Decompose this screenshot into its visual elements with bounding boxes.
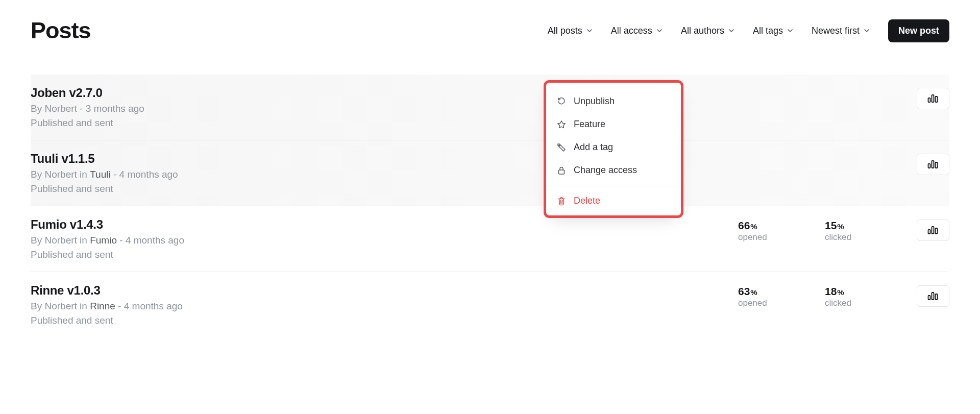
filter-sort[interactable]: Newest first [812, 26, 870, 36]
svg-point-12 [559, 144, 560, 145]
metric-value: 15 [825, 220, 837, 231]
svg-rect-0 [928, 98, 930, 102]
menu-label: Add a tag [574, 142, 613, 153]
svg-rect-7 [932, 227, 934, 234]
post-row[interactable]: Rinne v1.0.3 By Norbert in Rinne - 4 mon… [31, 272, 949, 337]
svg-rect-3 [928, 164, 930, 168]
menu-change-access[interactable]: Change access [546, 159, 681, 182]
svg-rect-1 [932, 95, 934, 102]
filter-access[interactable]: All access [611, 26, 663, 36]
post-title: Tuuli v1.1.5 [31, 152, 866, 166]
metric-label: opened [738, 298, 767, 308]
filter-posts[interactable]: All posts [548, 26, 593, 36]
chevron-down-icon [787, 28, 793, 34]
chevron-down-icon [728, 28, 734, 34]
menu-label: Feature [574, 119, 605, 130]
opened-metric: 66% opened [738, 220, 779, 242]
metric-value: 66 [738, 220, 750, 231]
post-metrics: 63% opened 18% clicked [738, 285, 866, 308]
svg-rect-11 [936, 294, 938, 300]
post-status: Published and sent [31, 117, 866, 129]
opened-metric: 63% opened [738, 285, 779, 308]
menu-feature[interactable]: Feature [546, 113, 681, 136]
filter-label: All tags [753, 26, 783, 36]
svg-rect-9 [928, 296, 930, 300]
post-main: Joben v2.7.0 By Norbert - 3 months ago P… [31, 86, 866, 129]
lock-icon [556, 165, 567, 176]
svg-rect-2 [936, 96, 938, 102]
svg-rect-13 [559, 170, 565, 174]
post-row[interactable]: Tuuli v1.1.5 By Norbert in Tuuli - 4 mon… [31, 140, 949, 206]
svg-rect-5 [936, 162, 938, 168]
header: Posts All posts All access All authors [31, 17, 949, 44]
menu-label: Unpublish [574, 96, 615, 107]
post-title: Rinne v1.0.3 [31, 283, 738, 298]
chevron-down-icon [864, 28, 870, 34]
chevron-down-icon [586, 28, 593, 34]
filter-label: All authors [681, 26, 724, 36]
svg-rect-4 [932, 161, 934, 168]
clicked-metric: 18% clicked [825, 285, 866, 308]
page-title: Posts [31, 17, 91, 44]
menu-unpublish[interactable]: Unpublish [546, 90, 681, 113]
post-status: Published and sent [31, 249, 738, 260]
metric-label: clicked [825, 232, 851, 242]
post-main: Fumio v1.4.3 By Norbert in Fumio - 4 mon… [31, 217, 738, 260]
stats-button[interactable] [917, 154, 949, 175]
metric-value: 18 [825, 285, 837, 297]
metric-label: clicked [825, 298, 851, 308]
stats-button[interactable] [917, 88, 949, 109]
post-category: Fumio [90, 235, 117, 246]
chevron-down-icon [656, 28, 663, 34]
tag-icon [556, 142, 567, 153]
post-byline: By Norbert in Fumio - 4 months ago [31, 235, 738, 246]
bar-chart-icon [927, 160, 939, 169]
post-row[interactable]: Joben v2.7.0 By Norbert - 3 months ago P… [31, 75, 949, 140]
menu-label: Delete [574, 196, 600, 206]
post-category: Tuuli [90, 169, 110, 180]
svg-rect-6 [928, 230, 930, 234]
menu-delete[interactable]: Delete [546, 186, 681, 215]
filter-label: Newest first [812, 26, 860, 36]
post-byline: By Norbert in Rinne - 4 months ago [31, 301, 738, 312]
filter-label: All access [611, 26, 652, 36]
clicked-metric: 15% clicked [825, 220, 866, 242]
post-status: Published and sent [31, 315, 738, 326]
bar-chart-icon [927, 94, 939, 103]
filter-tags[interactable]: All tags [753, 26, 793, 36]
post-byline: By Norbert - 3 months ago [31, 103, 866, 114]
svg-rect-10 [932, 293, 934, 300]
trash-icon [556, 196, 567, 206]
undo-icon [556, 96, 567, 107]
star-icon [556, 119, 567, 130]
stats-button[interactable] [917, 220, 949, 241]
post-title: Joben v2.7.0 [31, 86, 866, 100]
toolbar: All posts All access All authors All tag… [548, 19, 949, 42]
post-main: Tuuli v1.1.5 By Norbert in Tuuli - 4 mon… [31, 152, 866, 194]
metric-value: 63 [738, 285, 750, 297]
post-list: Joben v2.7.0 By Norbert - 3 months ago P… [31, 75, 949, 337]
new-post-button[interactable]: New post [888, 19, 949, 42]
post-metrics: 66% opened 15% clicked [738, 220, 866, 242]
bar-chart-icon [927, 291, 939, 301]
filter-label: All posts [548, 26, 582, 36]
bar-chart-icon [927, 226, 939, 235]
post-main: Rinne v1.0.3 By Norbert in Rinne - 4 mon… [31, 283, 738, 326]
metric-label: opened [738, 232, 767, 242]
post-status: Published and sent [31, 183, 866, 194]
menu-add-tag[interactable]: Add a tag [546, 136, 681, 159]
menu-label: Change access [574, 165, 637, 176]
svg-rect-8 [936, 228, 938, 234]
context-menu: Unpublish Feature Add a tag Change acces… [546, 83, 681, 215]
post-byline: By Norbert in Tuuli - 4 months ago [31, 169, 866, 180]
post-title: Fumio v1.4.3 [31, 217, 738, 232]
stats-button[interactable] [917, 285, 949, 307]
post-category: Rinne [90, 301, 115, 311]
filter-authors[interactable]: All authors [681, 26, 734, 36]
post-row[interactable]: Fumio v1.4.3 By Norbert in Fumio - 4 mon… [31, 206, 949, 272]
